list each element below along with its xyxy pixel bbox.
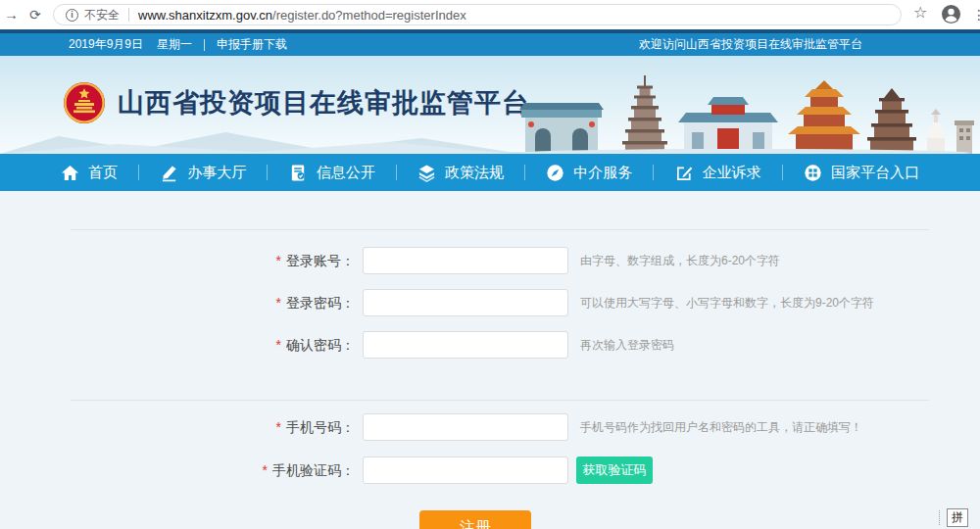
- security-label: 不安全: [84, 7, 120, 24]
- manual-download-link[interactable]: 申报手册下载: [217, 36, 287, 53]
- form-row-sms-code: *手机验证码： 获取验证码: [0, 457, 980, 484]
- nav-item-policies[interactable]: 政策法规: [417, 164, 504, 182]
- form-divider-middle: [71, 400, 929, 401]
- url-domain: www.shanxitzxm.gov.cn: [138, 8, 272, 23]
- nav-item-label: 首页: [88, 164, 118, 182]
- layers-icon: [417, 164, 436, 182]
- nav-item-intermediary[interactable]: 中介服务: [546, 164, 632, 182]
- field-hint: 可以使用大写字母、小写字母和数字，长度为9-20个字符: [580, 289, 874, 316]
- bookmark-star-icon[interactable]: ☆: [913, 3, 927, 22]
- url-divider: [128, 8, 129, 22]
- main-navigation: 首页 办事大厅 信息公开 政策法规 中介服务 企业诉求 国家平台: [0, 154, 980, 191]
- nav-item-label: 办事大厅: [187, 164, 246, 182]
- required-marker: *: [276, 253, 281, 268]
- grid-circle-icon: [804, 164, 822, 182]
- form-row-mobile: *手机号码： 手机号码作为找回用户名和密码的工具，请正确填写！: [0, 413, 980, 441]
- national-emblem-logo: [63, 81, 106, 124]
- info-icon: i: [66, 9, 78, 22]
- register-button[interactable]: 注册: [419, 510, 531, 529]
- sms-code-input[interactable]: [363, 457, 568, 484]
- nav-divider: [138, 165, 139, 180]
- mobile-number-input[interactable]: [363, 413, 568, 441]
- topbar-date: 2019年9月9日: [69, 36, 143, 53]
- login-account-input[interactable]: [363, 247, 568, 274]
- nav-item-label: 企业诉求: [703, 164, 761, 182]
- ime-indicator[interactable]: 拼: [947, 508, 968, 527]
- get-sms-code-button[interactable]: 获取验证码: [576, 457, 653, 484]
- browser-toolbar: → ⟳ i 不安全 www.shanxitzxm.gov.cn/register…: [0, 0, 980, 29]
- topbar-weekday: 星期一: [157, 36, 192, 53]
- edit-square-icon: [675, 164, 694, 182]
- nav-item-enterprise-appeal[interactable]: 企业诉求: [675, 164, 761, 182]
- topbar-separator: [204, 39, 205, 51]
- form-divider-top: [71, 229, 929, 230]
- field-hint: 由字母、数字组成，长度为6-20个字符: [580, 247, 780, 274]
- site-title: 山西省投资项目在线审批监管平台: [118, 85, 529, 120]
- nav-divider: [396, 165, 397, 180]
- reload-button[interactable]: ⟳: [29, 4, 41, 25]
- form-row-account: *登录账号： 由字母、数字组成，长度为6-20个字符: [0, 247, 980, 274]
- nav-item-home[interactable]: 首页: [61, 164, 118, 182]
- nav-divider: [782, 165, 783, 180]
- profile-icon[interactable]: [941, 4, 961, 28]
- nav-item-label: 政策法规: [445, 164, 504, 182]
- nav-item-label: 国家平台入口: [831, 164, 919, 182]
- topbar-welcome-text: 欢迎访问山西省投资项目在线审批监管平台: [639, 33, 862, 56]
- nav-divider: [524, 165, 525, 180]
- url-text: www.shanxitzxm.gov.cn/register.do?method…: [138, 8, 466, 23]
- shanxi-landmarks-illustration: [519, 66, 980, 154]
- compass-icon: [546, 164, 564, 182]
- pen-icon: [160, 164, 178, 182]
- nav-divider: [653, 165, 654, 180]
- login-password-input[interactable]: [363, 289, 568, 316]
- required-marker: *: [276, 295, 281, 311]
- nav-item-info-disclosure[interactable]: 信息公开: [289, 164, 375, 182]
- site-header: 山西省投资项目在线审批监管平台: [0, 56, 980, 154]
- url-path: /register.do?method=registerIndex: [272, 8, 466, 23]
- browser-menu-icon[interactable]: ⋮: [972, 4, 980, 25]
- field-hint: 再次输入登录密码: [580, 331, 674, 359]
- field-label: *登录密码：: [176, 289, 355, 316]
- nav-item-label: 中介服务: [573, 164, 632, 182]
- field-label: *登录账号：: [176, 247, 355, 274]
- home-icon: [61, 164, 79, 182]
- ime-handle-dots: [939, 510, 943, 525]
- form-row-confirm-password: *确认密码： 再次输入登录密码: [0, 331, 980, 359]
- nav-item-label: 信息公开: [317, 164, 375, 182]
- nav-divider: [267, 165, 268, 180]
- forward-button[interactable]: →: [4, 4, 19, 25]
- required-marker: *: [276, 337, 281, 353]
- field-label: *手机验证码：: [176, 457, 355, 484]
- field-hint: 手机号码作为找回用户名和密码的工具，请正确填写！: [580, 413, 862, 441]
- nav-item-service-hall[interactable]: 办事大厅: [160, 164, 246, 182]
- field-label: *手机号码：: [176, 413, 355, 441]
- required-marker: *: [276, 419, 281, 435]
- document-check-icon: [289, 164, 308, 182]
- required-marker: *: [263, 462, 268, 478]
- form-row-password: *登录密码： 可以使用大写字母、小写字母和数字，长度为9-20个字符: [0, 289, 980, 316]
- nav-item-national-platform[interactable]: 国家平台入口: [804, 164, 919, 182]
- field-label: *确认密码：: [176, 331, 355, 359]
- site-topbar: 2019年9月9日 星期一 申报手册下载 欢迎访问山西省投资项目在线审批监管平台: [0, 33, 980, 56]
- registration-page: → ⟳ i 不安全 www.shanxitzxm.gov.cn/register…: [0, 0, 980, 529]
- address-bar[interactable]: i 不安全 www.shanxitzxm.gov.cn/register.do?…: [53, 4, 902, 25]
- confirm-password-input[interactable]: [363, 331, 568, 359]
